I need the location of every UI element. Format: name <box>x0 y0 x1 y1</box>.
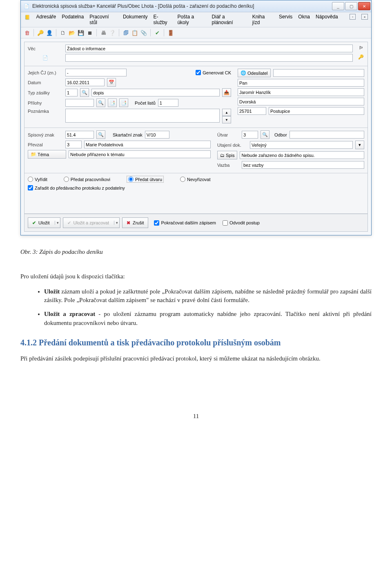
generovat-ck-checkbox[interactable]: Generovat CK <box>196 70 231 75</box>
spis-icon: 🗂 <box>220 153 225 158</box>
odesilatel-pan-input[interactable] <box>238 79 364 87</box>
prilohy-input[interactable] <box>65 99 94 107</box>
odesilatel-jmeno-input[interactable] <box>238 88 364 96</box>
jejich-cj-label: Jejich ČJ (zn.) <box>28 70 63 75</box>
mdi-close-icon[interactable]: × <box>361 14 368 20</box>
odvodit-checkbox[interactable]: Odvodit postup <box>223 220 260 226</box>
radio-predat-prac[interactable]: Předat pracovníkovi <box>64 177 110 182</box>
odesilatel-search-input[interactable] <box>273 69 364 77</box>
section-heading: 4.1.2 Předání dokumentů a tisk předávací… <box>20 337 372 349</box>
tb-print-icon[interactable]: 🖶 <box>100 29 107 36</box>
utajeni-dropdown-icon[interactable]: ▾ <box>355 141 364 149</box>
check-icon-disabled: ✔ <box>67 220 71 226</box>
page-number: 11 <box>20 412 372 421</box>
odesilatel-ulice-input[interactable] <box>238 98 364 105</box>
scroll-up-icon[interactable]: ▲ <box>222 109 231 116</box>
tb-paste-icon[interactable]: 📋 <box>131 29 138 36</box>
doc-small-icon[interactable]: 📄 <box>28 55 63 61</box>
typ-side-icon[interactable]: 📥 <box>222 88 231 97</box>
radio-nevyrizovat[interactable]: Nevyřizovat <box>180 177 210 182</box>
menu-posta[interactable]: Pošta a úkoly <box>177 14 206 25</box>
typ-value-input[interactable] <box>91 89 220 96</box>
menubar: 📒 Adresáře Podatelna Pracovní stůl Dokum… <box>21 12 371 27</box>
prevzal-num-input[interactable] <box>65 141 82 148</box>
scroll-down-icon[interactable]: ▼ <box>222 116 231 123</box>
menu-dokumenty[interactable]: Dokumenty <box>123 14 148 25</box>
tb-help-icon[interactable]: ❔ <box>109 29 116 36</box>
odesilatel-button[interactable]: 🌐 Odesílatel <box>238 69 271 77</box>
minimize-button[interactable]: _ <box>332 2 344 10</box>
tb-open-icon[interactable]: 📂 <box>68 29 76 36</box>
cross-icon: ✖ <box>127 220 130 226</box>
odbor-input[interactable] <box>290 131 364 139</box>
skartacni-input[interactable] <box>145 131 169 139</box>
mdi-restore-icon[interactable]: ▫ <box>350 14 356 20</box>
ulozit-button[interactable]: ✔ Uložit ▾ <box>28 217 60 228</box>
menu-okna[interactable]: Okna <box>298 14 310 25</box>
prevzal-value-input[interactable] <box>84 141 211 148</box>
spisovy-lookup-icon[interactable]: 🔍 <box>96 130 105 139</box>
menu-diar[interactable]: Diář a plánování <box>212 14 247 25</box>
tb-new-icon[interactable]: 🗋 <box>59 29 67 36</box>
tb-attach-icon[interactable]: 📎 <box>140 29 147 36</box>
chk-zaradit[interactable]: Zařadit do předávacího protokolu z podat… <box>28 185 125 190</box>
zrusit-button[interactable]: ✖ Zrušit <box>122 217 149 228</box>
prilohy-icon1[interactable]: 🔍 <box>96 99 105 107</box>
tb-copy-icon[interactable]: 🗐 <box>122 29 129 36</box>
pokracovat-checkbox[interactable]: Pokračovat dalším zápisem <box>154 220 216 226</box>
prilohy-icon2[interactable]: 📑 <box>108 99 117 107</box>
radio-vyridit[interactable]: Vyřídit <box>28 177 47 182</box>
vec-input[interactable] <box>65 45 353 52</box>
tb-save-icon[interactable]: 💾 <box>77 29 85 36</box>
menu-kniha-jizd[interactable]: Kniha jízd <box>252 14 273 25</box>
odbor-label: Odbor <box>274 132 287 137</box>
jejich-cj-input[interactable] <box>65 69 127 76</box>
radio-predat-utvaru[interactable]: Předat útvaru <box>127 176 164 183</box>
vazba-input[interactable] <box>242 161 364 169</box>
intro-text: Pro uložení údajů jsou k dispozici tlačí… <box>20 272 372 281</box>
typ-num-input[interactable] <box>65 89 78 96</box>
flag-icon[interactable]: 🏳 <box>358 45 364 51</box>
utvar-lookup-icon[interactable]: 🔍 <box>261 130 270 139</box>
maximize-button[interactable]: ▢ <box>345 2 357 10</box>
close-button[interactable]: ✕ <box>358 2 370 10</box>
menu-esluzby[interactable]: E-služby <box>154 14 172 25</box>
skartacni-label: Skartační znak <box>113 132 143 137</box>
menu-icon: 📒 <box>24 14 31 20</box>
tema-input[interactable] <box>69 150 211 158</box>
tb-delete-icon[interactable]: 🗑 <box>23 29 31 36</box>
prilohy-icon3[interactable]: 📑 <box>119 99 128 107</box>
calendar-icon[interactable]: 📅 <box>107 78 116 87</box>
utvar-input[interactable] <box>242 131 258 139</box>
menu-servis[interactable]: Servis <box>279 14 292 25</box>
pocet-listu-input[interactable] <box>158 99 178 107</box>
spis-button[interactable]: 🗂 Spis <box>217 151 237 159</box>
poznamka-input[interactable] <box>65 109 220 123</box>
tema-button[interactable]: 📁 Téma <box>28 150 66 159</box>
check-icon: ✔ <box>32 220 36 226</box>
tb-user-icon[interactable]: 👤 <box>46 29 53 36</box>
app-window: 📄 Elektronická spisová služba+ Kancelář … <box>20 0 372 235</box>
vec-sub-input[interactable] <box>65 54 353 62</box>
folder-icon: 📁 <box>31 152 36 157</box>
odesilatel-psc-input[interactable] <box>238 107 266 115</box>
datum-input[interactable] <box>65 78 105 86</box>
menu-napoveda[interactable]: Nápověda <box>316 14 338 25</box>
utajeni-input[interactable] <box>250 141 353 149</box>
utajeni-label: Utajení dok. <box>217 143 247 148</box>
tb-exit-icon[interactable]: 🚪 <box>167 29 174 36</box>
odesilatel-obec-input[interactable] <box>269 107 364 115</box>
chevron-down-icon[interactable]: ▾ <box>55 221 59 225</box>
tb-check-icon[interactable]: ✔ <box>154 29 161 36</box>
spis-input[interactable] <box>240 151 364 159</box>
tb-stop-icon[interactable]: ⏹ <box>86 29 94 36</box>
globe-icon: 🌐 <box>241 70 246 76</box>
spisovy-znak-input[interactable] <box>65 131 94 139</box>
typ-lookup-icon[interactable]: 🔍 <box>80 88 89 97</box>
app-icon: 📄 <box>23 3 30 9</box>
key-icon[interactable]: 🔑 <box>358 54 364 60</box>
tb-key-icon[interactable]: 🔑 <box>37 29 44 36</box>
menu-adresare[interactable]: Adresáře <box>36 14 56 25</box>
menu-podatelna[interactable]: Podatelna <box>62 14 84 25</box>
menu-pracovni-stul[interactable]: Pracovní stůl <box>89 14 117 25</box>
